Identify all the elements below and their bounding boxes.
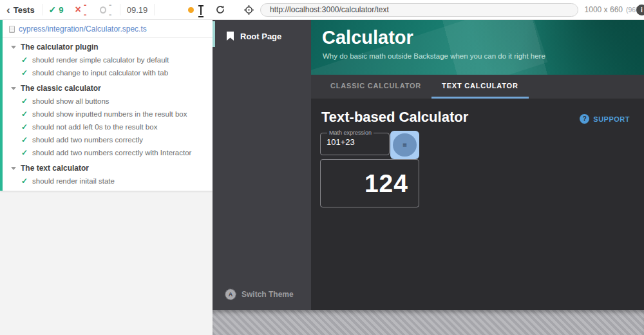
pending-count: -- — [94, 0, 120, 19]
passed-check-icon: ✓ — [21, 189, 28, 191]
app-sidebar: Root Page A Switch Theme — [213, 20, 311, 310]
viewport-backdrop-stripes — [213, 310, 644, 335]
passed-count-value: 9 — [59, 5, 63, 15]
support-button[interactable]: ? SUPPORT — [580, 114, 630, 124]
math-expression-field: Math expression — [320, 129, 390, 155]
refresh-icon — [215, 5, 225, 15]
suite-title-calculator-plugin[interactable]: The calculator plugin — [3, 41, 213, 53]
result-value: 124 — [365, 169, 408, 198]
test-row[interactable]: ✓ should change to input calculator with… — [3, 66, 213, 79]
text-calculator-card: Text-based Calculator ? SUPPORT Math exp… — [311, 99, 644, 310]
test-name-label: should not add left 0s to the result box — [32, 123, 157, 131]
collapse-caret-icon — [11, 87, 16, 90]
math-expression-input[interactable] — [326, 137, 384, 151]
suite-block: The classic calculator ✓ should show all… — [3, 82, 213, 159]
back-to-tests-label: Tests — [14, 5, 35, 15]
viewport-info: 1000 x 660 (96%) — [585, 5, 644, 14]
sidebar-item-root-page[interactable]: Root Page — [213, 28, 311, 44]
passed-check-icon: ✓ — [21, 110, 28, 119]
test-name-label: should add two numbers correctly with In… — [32, 149, 191, 157]
test-row[interactable]: ✓ should render simple calculator by def… — [3, 53, 213, 66]
test-row[interactable]: ✓ should add two numbers correctly with … — [3, 146, 213, 159]
suite-block: The calculator plugin ✓ should render si… — [3, 41, 213, 79]
test-name-label: should render initail state — [32, 177, 115, 185]
suite-title-classic-calculator[interactable]: The classic calculator — [3, 82, 213, 95]
back-to-tests-button[interactable]: ‹ Tests — [0, 0, 43, 19]
support-label: SUPPORT — [593, 115, 630, 123]
equals-label: = — [402, 141, 406, 149]
test-name-label: should show inputted numbers in the resu… — [32, 110, 187, 118]
sidebar-item-switch-theme[interactable]: A Switch Theme — [213, 287, 311, 302]
test-name-label: should show all buttons — [32, 97, 109, 105]
viewport-size: 1000 x 660 — [585, 5, 623, 14]
collapse-caret-icon — [11, 46, 16, 49]
spec-card: cypress/integration/Calculator.spec.ts T… — [0, 20, 213, 191]
failed-x-icon: × — [75, 5, 81, 14]
collapse-caret-icon — [11, 167, 16, 170]
bookmark-icon — [227, 32, 234, 41]
suite-title-label: The text calculator — [21, 164, 89, 173]
page-subtitle: Why do basic math outside Backstage when… — [323, 52, 545, 60]
app-under-test: Root Page A Switch Theme Calculator Why … — [213, 20, 644, 310]
switch-theme-label: Switch Theme — [242, 290, 294, 299]
failed-count: × -- — [70, 0, 94, 19]
refresh-button[interactable] — [214, 3, 226, 16]
theme-icon: A — [225, 289, 236, 300]
app-main: Calculator Why do basic math outside Bac… — [311, 20, 644, 310]
chevron-left-icon: ‹ — [6, 6, 10, 14]
pending-circle-icon — [100, 6, 106, 14]
test-row[interactable]: ✓ should add two numbers correctly — [3, 133, 213, 146]
spec-file-link[interactable]: cypress/integration/Calculator.spec.ts — [19, 24, 147, 34]
pending-count-value: -- — [109, 0, 114, 19]
info-icon[interactable]: i — [636, 5, 644, 15]
test-sidebar: cypress/integration/Calculator.spec.ts T… — [0, 20, 213, 335]
url-input[interactable] — [270, 5, 569, 14]
passed-check-icon: ✓ — [21, 122, 28, 131]
suite-block: The text calculator ✓ should render init… — [3, 162, 213, 191]
url-bar — [260, 3, 578, 17]
test-row[interactable]: ✓ should render initail state — [3, 175, 213, 187]
test-row[interactable]: ✓ should not add left 0s to the result b… — [3, 120, 213, 133]
spec-header: cypress/integration/Calculator.spec.ts — [3, 20, 213, 38]
test-name-label: should render simple calculator by defau… — [32, 56, 169, 64]
divider — [154, 4, 155, 15]
test-duration: 09.19 — [120, 5, 155, 15]
passed-check-icon: ✓ — [49, 5, 57, 15]
root-page-label: Root Page — [240, 32, 281, 41]
tab-classic-calculator[interactable]: CLASSIC CALCULATOR — [320, 75, 431, 99]
selector-playground-button[interactable] — [243, 3, 255, 16]
cypress-runner-screen: ‹ Tests ✓ 9 × -- -- 09.19 — [0, 0, 644, 335]
passed-check-icon: ✓ — [21, 55, 28, 64]
passed-count: ✓ 9 — [43, 5, 70, 15]
passed-check-icon: ✓ — [21, 135, 28, 144]
failed-count-value: -- — [84, 0, 88, 19]
passed-check-icon: ✓ — [21, 97, 28, 106]
suite-title-label: The calculator plugin — [21, 43, 99, 52]
test-row[interactable]: ✓ should solve an expression — [3, 187, 213, 191]
runner-topbar: ‹ Tests ✓ 9 × -- -- 09.19 — [0, 0, 644, 20]
tab-text-calculator[interactable]: TEXT CALCULATOR — [431, 75, 529, 99]
test-name-label: should add two numbers correctly — [32, 136, 143, 144]
text-cursor-icon — [198, 5, 204, 15]
help-icon: ? — [580, 114, 589, 124]
test-row[interactable]: ✓ should show all buttons — [3, 95, 213, 108]
suite-title-text-calculator[interactable]: The text calculator — [3, 162, 213, 175]
tab-bar: CLASSIC CALCULATOR TEXT CALCULATOR — [311, 75, 644, 99]
test-name-label: should change to input calculator with t… — [32, 69, 168, 77]
spec-file-icon — [9, 26, 15, 33]
passed-check-icon: ✓ — [21, 148, 28, 157]
test-row[interactable]: ✓ should show inputted numbers in the re… — [3, 108, 213, 120]
math-expression-label: Math expression — [327, 129, 374, 136]
suite-title-label: The classic calculator — [21, 84, 101, 93]
page-title: Calculator — [322, 27, 413, 48]
app-page-header: Calculator Why do basic math outside Bac… — [311, 20, 644, 75]
test-name-label: should solve an expression — [32, 190, 122, 191]
orange-status-dot-icon — [188, 7, 194, 13]
passed-check-icon: ✓ — [21, 177, 28, 186]
equals-button[interactable]: = — [390, 131, 419, 159]
crosshair-icon — [243, 5, 254, 15]
recording-indicator — [188, 5, 204, 15]
card-title: Text-based Calculator — [321, 109, 468, 126]
passed-check-icon: ✓ — [21, 68, 28, 77]
cypress-click-ripple-icon: = — [393, 133, 417, 157]
